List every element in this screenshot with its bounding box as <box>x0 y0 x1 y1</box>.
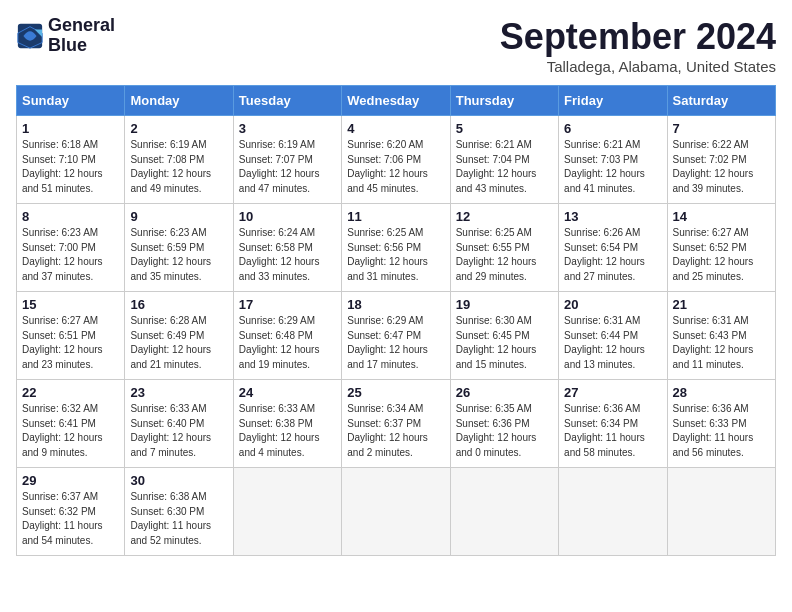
logo-icon <box>16 22 44 50</box>
day-number: 19 <box>456 297 553 312</box>
day-number: 2 <box>130 121 227 136</box>
calendar-cell: 28Sunrise: 6:36 AMSunset: 6:33 PMDayligh… <box>667 380 775 468</box>
day-info: Sunrise: 6:33 AMSunset: 6:38 PMDaylight:… <box>239 402 336 460</box>
day-info: Sunrise: 6:24 AMSunset: 6:58 PMDaylight:… <box>239 226 336 284</box>
day-info: Sunrise: 6:38 AMSunset: 6:30 PMDaylight:… <box>130 490 227 548</box>
calendar-cell: 24Sunrise: 6:33 AMSunset: 6:38 PMDayligh… <box>233 380 341 468</box>
calendar-cell: 9Sunrise: 6:23 AMSunset: 6:59 PMDaylight… <box>125 204 233 292</box>
day-number: 8 <box>22 209 119 224</box>
day-info: Sunrise: 6:31 AMSunset: 6:44 PMDaylight:… <box>564 314 661 372</box>
day-info: Sunrise: 6:31 AMSunset: 6:43 PMDaylight:… <box>673 314 770 372</box>
calendar-cell: 27Sunrise: 6:36 AMSunset: 6:34 PMDayligh… <box>559 380 667 468</box>
day-number: 24 <box>239 385 336 400</box>
day-number: 17 <box>239 297 336 312</box>
day-number: 25 <box>347 385 444 400</box>
day-info: Sunrise: 6:29 AMSunset: 6:48 PMDaylight:… <box>239 314 336 372</box>
calendar-cell: 7Sunrise: 6:22 AMSunset: 7:02 PMDaylight… <box>667 116 775 204</box>
calendar-cell: 21Sunrise: 6:31 AMSunset: 6:43 PMDayligh… <box>667 292 775 380</box>
weekday-header-monday: Monday <box>125 86 233 116</box>
weekday-header-thursday: Thursday <box>450 86 558 116</box>
calendar-cell: 10Sunrise: 6:24 AMSunset: 6:58 PMDayligh… <box>233 204 341 292</box>
day-info: Sunrise: 6:29 AMSunset: 6:47 PMDaylight:… <box>347 314 444 372</box>
day-number: 5 <box>456 121 553 136</box>
calendar-cell: 15Sunrise: 6:27 AMSunset: 6:51 PMDayligh… <box>17 292 125 380</box>
calendar-cell <box>342 468 450 556</box>
calendar-cell: 23Sunrise: 6:33 AMSunset: 6:40 PMDayligh… <box>125 380 233 468</box>
calendar-cell: 20Sunrise: 6:31 AMSunset: 6:44 PMDayligh… <box>559 292 667 380</box>
calendar-cell: 2Sunrise: 6:19 AMSunset: 7:08 PMDaylight… <box>125 116 233 204</box>
calendar-cell: 6Sunrise: 6:21 AMSunset: 7:03 PMDaylight… <box>559 116 667 204</box>
weekday-header-saturday: Saturday <box>667 86 775 116</box>
day-info: Sunrise: 6:27 AMSunset: 6:52 PMDaylight:… <box>673 226 770 284</box>
day-number: 14 <box>673 209 770 224</box>
page-header: General Blue September 2024 Talladega, A… <box>16 16 776 75</box>
day-number: 4 <box>347 121 444 136</box>
day-number: 26 <box>456 385 553 400</box>
day-info: Sunrise: 6:36 AMSunset: 6:34 PMDaylight:… <box>564 402 661 460</box>
day-number: 3 <box>239 121 336 136</box>
day-number: 16 <box>130 297 227 312</box>
day-number: 21 <box>673 297 770 312</box>
day-info: Sunrise: 6:23 AMSunset: 7:00 PMDaylight:… <box>22 226 119 284</box>
calendar-cell: 14Sunrise: 6:27 AMSunset: 6:52 PMDayligh… <box>667 204 775 292</box>
day-number: 23 <box>130 385 227 400</box>
logo-text: General Blue <box>48 16 115 56</box>
day-number: 1 <box>22 121 119 136</box>
calendar-cell: 17Sunrise: 6:29 AMSunset: 6:48 PMDayligh… <box>233 292 341 380</box>
day-info: Sunrise: 6:19 AMSunset: 7:07 PMDaylight:… <box>239 138 336 196</box>
calendar-cell <box>450 468 558 556</box>
calendar-cell: 8Sunrise: 6:23 AMSunset: 7:00 PMDaylight… <box>17 204 125 292</box>
day-info: Sunrise: 6:21 AMSunset: 7:03 PMDaylight:… <box>564 138 661 196</box>
calendar-table: SundayMondayTuesdayWednesdayThursdayFrid… <box>16 85 776 556</box>
day-number: 22 <box>22 385 119 400</box>
day-info: Sunrise: 6:37 AMSunset: 6:32 PMDaylight:… <box>22 490 119 548</box>
weekday-header-wednesday: Wednesday <box>342 86 450 116</box>
day-info: Sunrise: 6:33 AMSunset: 6:40 PMDaylight:… <box>130 402 227 460</box>
day-info: Sunrise: 6:25 AMSunset: 6:55 PMDaylight:… <box>456 226 553 284</box>
day-number: 9 <box>130 209 227 224</box>
calendar-cell: 30Sunrise: 6:38 AMSunset: 6:30 PMDayligh… <box>125 468 233 556</box>
calendar-cell: 11Sunrise: 6:25 AMSunset: 6:56 PMDayligh… <box>342 204 450 292</box>
day-number: 15 <box>22 297 119 312</box>
calendar-cell: 1Sunrise: 6:18 AMSunset: 7:10 PMDaylight… <box>17 116 125 204</box>
calendar-row: 29Sunrise: 6:37 AMSunset: 6:32 PMDayligh… <box>17 468 776 556</box>
calendar-cell: 12Sunrise: 6:25 AMSunset: 6:55 PMDayligh… <box>450 204 558 292</box>
logo: General Blue <box>16 16 115 56</box>
calendar-cell: 5Sunrise: 6:21 AMSunset: 7:04 PMDaylight… <box>450 116 558 204</box>
day-info: Sunrise: 6:32 AMSunset: 6:41 PMDaylight:… <box>22 402 119 460</box>
day-number: 30 <box>130 473 227 488</box>
title-block: September 2024 Talladega, Alabama, Unite… <box>500 16 776 75</box>
day-number: 28 <box>673 385 770 400</box>
day-info: Sunrise: 6:34 AMSunset: 6:37 PMDaylight:… <box>347 402 444 460</box>
calendar-row: 8Sunrise: 6:23 AMSunset: 7:00 PMDaylight… <box>17 204 776 292</box>
day-info: Sunrise: 6:20 AMSunset: 7:06 PMDaylight:… <box>347 138 444 196</box>
calendar-cell <box>667 468 775 556</box>
day-info: Sunrise: 6:19 AMSunset: 7:08 PMDaylight:… <box>130 138 227 196</box>
day-number: 7 <box>673 121 770 136</box>
day-info: Sunrise: 6:26 AMSunset: 6:54 PMDaylight:… <box>564 226 661 284</box>
day-info: Sunrise: 6:23 AMSunset: 6:59 PMDaylight:… <box>130 226 227 284</box>
calendar-cell: 13Sunrise: 6:26 AMSunset: 6:54 PMDayligh… <box>559 204 667 292</box>
day-number: 20 <box>564 297 661 312</box>
day-number: 27 <box>564 385 661 400</box>
calendar-cell: 26Sunrise: 6:35 AMSunset: 6:36 PMDayligh… <box>450 380 558 468</box>
calendar-cell: 22Sunrise: 6:32 AMSunset: 6:41 PMDayligh… <box>17 380 125 468</box>
calendar-cell: 18Sunrise: 6:29 AMSunset: 6:47 PMDayligh… <box>342 292 450 380</box>
day-info: Sunrise: 6:18 AMSunset: 7:10 PMDaylight:… <box>22 138 119 196</box>
calendar-row: 15Sunrise: 6:27 AMSunset: 6:51 PMDayligh… <box>17 292 776 380</box>
weekday-header-row: SundayMondayTuesdayWednesdayThursdayFrid… <box>17 86 776 116</box>
month-title: September 2024 <box>500 16 776 58</box>
day-info: Sunrise: 6:30 AMSunset: 6:45 PMDaylight:… <box>456 314 553 372</box>
day-info: Sunrise: 6:21 AMSunset: 7:04 PMDaylight:… <box>456 138 553 196</box>
weekday-header-tuesday: Tuesday <box>233 86 341 116</box>
calendar-cell: 4Sunrise: 6:20 AMSunset: 7:06 PMDaylight… <box>342 116 450 204</box>
day-info: Sunrise: 6:36 AMSunset: 6:33 PMDaylight:… <box>673 402 770 460</box>
day-info: Sunrise: 6:28 AMSunset: 6:49 PMDaylight:… <box>130 314 227 372</box>
day-number: 12 <box>456 209 553 224</box>
day-number: 29 <box>22 473 119 488</box>
calendar-cell: 29Sunrise: 6:37 AMSunset: 6:32 PMDayligh… <box>17 468 125 556</box>
calendar-cell <box>559 468 667 556</box>
day-number: 6 <box>564 121 661 136</box>
location: Talladega, Alabama, United States <box>500 58 776 75</box>
day-number: 13 <box>564 209 661 224</box>
